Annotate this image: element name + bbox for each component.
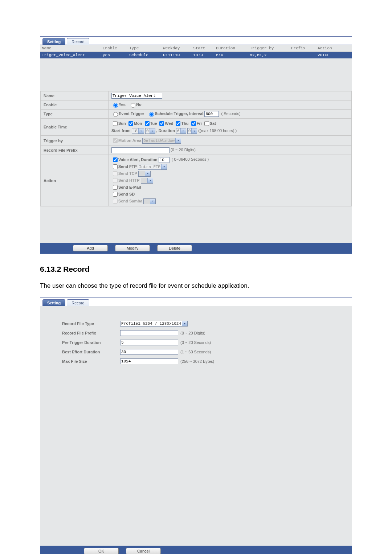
label-type: Type — [41, 110, 109, 119]
day-sun-checkbox[interactable] — [113, 121, 118, 126]
day-fri-label: Fri — [197, 121, 202, 126]
day-thu-checkbox[interactable] — [176, 121, 180, 126]
delete-button[interactable]: Delete — [157, 245, 192, 251]
tabbar: Setting Record — [40, 37, 352, 45]
enable-yes-radio[interactable] — [113, 103, 118, 108]
type-schedule-radio[interactable] — [149, 112, 154, 117]
day-mon-checkbox[interactable] — [128, 121, 133, 126]
day-wed-label: Wed — [165, 121, 173, 126]
col-duration: Duration — [215, 45, 248, 52]
enable-yes-label: Yes — [119, 102, 126, 107]
col-weekday: Weekday — [162, 45, 192, 52]
day-fri-checkbox[interactable] — [191, 121, 196, 126]
interval-input[interactable] — [204, 111, 219, 117]
type-schedule-label: Schedule Trigger, Interval — [155, 111, 203, 116]
send-email-checkbox[interactable] — [113, 185, 118, 190]
tab-setting-2[interactable]: Setting — [42, 299, 65, 306]
record-panel: Setting Record Record File Type Profile1… — [40, 297, 352, 554]
cell-duration: 6:0 — [215, 52, 248, 59]
voice-alert-input[interactable] — [159, 157, 170, 163]
max-file-size-input[interactable] — [120, 358, 178, 364]
add-button[interactable]: Add — [73, 245, 108, 251]
col-prefix: Prefix — [290, 45, 316, 52]
modify-button[interactable]: Modify — [115, 245, 150, 251]
label-action: Action — [41, 155, 109, 206]
col-enable: Enable — [101, 45, 128, 52]
day-wed-checkbox[interactable] — [159, 121, 164, 126]
day-thu-label: Thu — [181, 121, 188, 126]
tab-setting[interactable]: Setting — [42, 38, 65, 45]
chevron-down-icon: ▾ — [150, 128, 155, 134]
cell-prefix — [290, 52, 316, 59]
name-input[interactable] — [111, 93, 162, 99]
type-event-label: Event Trigger — [119, 111, 144, 116]
day-tue-checkbox[interactable] — [145, 121, 150, 126]
day-sat-checkbox[interactable] — [204, 121, 209, 126]
chevron-down-icon: ▾ — [161, 164, 167, 169]
button-bar: Add Modify Delete — [40, 243, 352, 254]
pre-trigger-input[interactable] — [120, 340, 178, 345]
max-file-size-hint: (256 ~ 3072 Bytes) — [180, 359, 214, 364]
start-min-select[interactable]: 0▾ — [145, 128, 155, 134]
cell-type: Schedule — [128, 52, 162, 59]
label-name: Name — [41, 91, 109, 100]
day-mon-label: Mon — [134, 121, 142, 126]
type-event-radio[interactable] — [113, 112, 118, 117]
file-prefix-hint: (0 ~ 20 Digits) — [180, 331, 205, 335]
ok-button[interactable]: OK — [84, 548, 119, 554]
enable-no-radio[interactable] — [131, 103, 135, 108]
best-effort-hint: (1 ~ 60 Seconds) — [180, 350, 211, 354]
voice-alert-label: Voice Alert, Duration — [118, 157, 158, 162]
send-sd-checkbox[interactable] — [113, 192, 118, 197]
send-samba-label: Send Samba — [118, 199, 142, 203]
interval-hint: ( Seconds) — [221, 111, 241, 116]
chevron-down-icon: ▾ — [150, 199, 155, 204]
col-action: Action — [316, 45, 352, 52]
tabbar-2: Setting Record — [40, 298, 352, 306]
label-best-effort: Best Effort Duration — [62, 350, 120, 354]
cancel-button[interactable]: Cancel — [126, 548, 161, 554]
start-hour-select[interactable]: 18▾ — [132, 128, 144, 134]
col-start: Start — [192, 45, 215, 52]
file-type-select[interactable]: Profile1 h264 / 1280x1024▾ — [120, 321, 188, 327]
pre-trigger-hint: (0 ~ 20 Seconds) — [180, 340, 211, 345]
duration-label: , Duration — [156, 128, 175, 133]
send-tcp-select: ▾ — [138, 171, 151, 177]
send-email-label: Send E-Mail — [118, 185, 141, 189]
label-pre-trigger: Pre Trigger Duration — [62, 340, 120, 345]
tab-record[interactable]: Record — [67, 38, 89, 45]
day-sat-label: Sat — [210, 121, 216, 126]
send-http-checkbox — [113, 178, 118, 183]
record-form: Record File Type Profile1 h264 / 1280x10… — [40, 306, 352, 372]
prefix-input[interactable] — [111, 147, 170, 153]
file-prefix-input[interactable] — [120, 330, 178, 336]
send-tcp-checkbox — [113, 171, 118, 176]
col-trigger-by: Trigger by — [248, 45, 289, 52]
label-enable-time: Enable Time — [41, 119, 109, 136]
send-ftp-checkbox[interactable] — [113, 164, 118, 169]
voice-alert-hint: ( 0~86400 Seconds ) — [172, 157, 209, 162]
button-bar-2: OK Cancel — [40, 546, 352, 554]
cell-enable: yes — [101, 52, 128, 59]
chevron-down-icon: ▾ — [145, 171, 150, 176]
cell-trigger-by: xx,M1,x — [248, 52, 289, 59]
voice-alert-checkbox[interactable] — [113, 157, 118, 162]
chevron-down-icon: ▾ — [138, 128, 144, 134]
best-effort-input[interactable] — [120, 349, 178, 355]
chevron-down-icon: ▾ — [175, 138, 181, 143]
enable-no-label: No — [136, 102, 142, 107]
table-header: Name Enable Type Weekday Start Duration … — [40, 45, 352, 52]
chevron-down-icon: ▾ — [147, 178, 153, 183]
table-row[interactable]: Triger_Voice_Alert yes Schedule 0111110 … — [40, 52, 352, 59]
duration-hour-select[interactable]: 6▾ — [176, 128, 186, 134]
event-table: Name Enable Type Weekday Start Duration … — [40, 45, 352, 58]
start-from-label: Start from — [111, 128, 131, 133]
tab-record-2[interactable]: Record — [67, 299, 89, 306]
chevron-down-icon: ▾ — [182, 321, 187, 326]
cell-action: VOICE — [316, 52, 352, 59]
setting-panel: Setting Record Name Enable Type Weekday … — [40, 36, 352, 254]
send-ftp-select[interactable]: Intra_FTP▾ — [138, 164, 167, 170]
chevron-down-icon: ▾ — [191, 128, 197, 134]
duration-min-select[interactable]: 0▾ — [187, 128, 197, 134]
chevron-down-icon: ▾ — [180, 128, 186, 134]
